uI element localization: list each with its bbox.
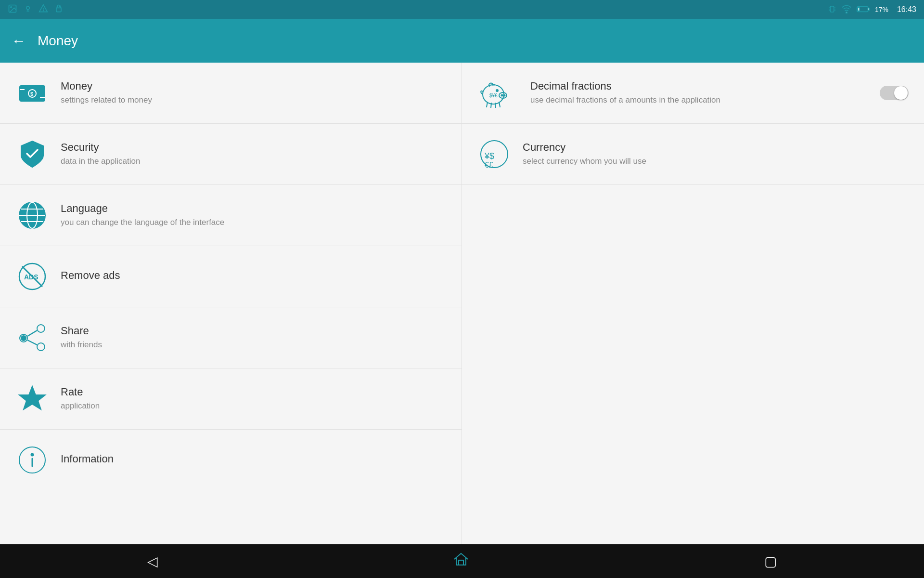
nav-back-button[interactable]: ◁ [133, 549, 172, 574]
svg-text:$: $ [30, 91, 33, 97]
battery-icon [857, 5, 870, 14]
settings-item-rate[interactable]: Rate application [0, 368, 462, 430]
rate-title: Rate [61, 386, 446, 398]
share-text: Share with friends [61, 325, 446, 351]
currency-title: Currency [523, 141, 909, 154]
rate-subtitle: application [61, 400, 446, 412]
settings-item-currency[interactable]: ¥$ €£ Currency select currency whom you … [462, 124, 924, 185]
currency-icon: ¥$ €£ [477, 137, 511, 171]
money-text: Money settings related to money [61, 80, 446, 106]
nav-home-button[interactable] [438, 546, 484, 577]
svg-line-37 [27, 330, 37, 336]
left-column: $ Money settings related to money Securi… [0, 63, 462, 544]
rate-text: Rate application [61, 386, 446, 412]
svg-text:¥$: ¥$ [484, 151, 494, 161]
image-icon [8, 4, 17, 15]
app-title: Money [38, 33, 78, 49]
decimal-fractions-subtitle: use decimal fractions of a amounts in th… [530, 94, 868, 106]
svg-point-2 [26, 6, 30, 10]
bulb-icon [23, 4, 33, 15]
decimal-fractions-title: Decimal fractions [530, 80, 868, 92]
share-title: Share [61, 325, 446, 337]
status-bar-right: 17% 16:43 [828, 5, 916, 15]
vibrate-icon [828, 5, 836, 15]
remove-ads-text: Remove ads [61, 269, 446, 284]
wifi-icon [841, 5, 852, 15]
svg-point-43 [31, 454, 34, 456]
svg-point-16 [846, 12, 847, 13]
settings-item-language[interactable]: Language you can change the language of … [0, 185, 462, 246]
security-text: Security data in the application [61, 141, 446, 167]
svg-point-7 [57, 6, 58, 7]
money-icon: $ [15, 76, 49, 110]
status-bar-left [8, 4, 64, 15]
android-icon [54, 4, 64, 15]
ads-icon: ADS [15, 260, 49, 293]
language-subtitle: you can change the language of the inter… [61, 217, 446, 228]
warning-icon [38, 4, 48, 15]
settings-item-share[interactable]: Share with friends [0, 307, 462, 368]
money-subtitle: settings related to money [61, 94, 446, 106]
toggle-knob [894, 86, 908, 100]
app-bar: ← Money [0, 19, 924, 63]
svg-line-38 [27, 340, 37, 345]
svg-line-52 [495, 103, 496, 108]
svg-text:€£: €£ [485, 161, 493, 169]
svg-point-8 [60, 6, 61, 7]
security-subtitle: data in the application [61, 156, 446, 167]
svg-point-39 [21, 336, 26, 341]
svg-point-46 [501, 95, 502, 96]
nav-recent-button[interactable]: ▢ [750, 549, 791, 574]
back-button[interactable]: ← [12, 33, 26, 49]
language-icon [15, 198, 49, 232]
settings-item-security[interactable]: Security data in the application [0, 124, 462, 185]
settings-item-remove-ads[interactable]: ADS Remove ads [0, 246, 462, 307]
svg-text:$¥€: $¥€ [489, 93, 498, 98]
information-title: Information [61, 453, 446, 465]
svg-rect-18 [868, 8, 870, 10]
time: 16:43 [897, 5, 916, 14]
info-icon [15, 443, 49, 477]
information-text: Information [61, 453, 446, 467]
svg-line-53 [499, 102, 500, 107]
status-bar: 17% 16:43 [0, 0, 924, 19]
decimal-fractions-text: Decimal fractions use decimal fractions … [530, 80, 868, 106]
remove-ads-title: Remove ads [61, 269, 446, 282]
share-icon [15, 321, 49, 355]
security-title: Security [61, 141, 446, 154]
svg-point-34 [37, 325, 45, 332]
svg-point-1 [11, 7, 12, 8]
right-column: $¥€ Decimal fractions use decimal fracti… [462, 63, 924, 544]
bottom-nav: ◁ ▢ [0, 544, 924, 578]
svg-rect-58 [459, 560, 463, 565]
security-icon [15, 137, 49, 171]
svg-rect-9 [830, 6, 834, 12]
svg-point-6 [43, 11, 44, 11]
rate-icon [15, 382, 49, 416]
svg-point-36 [37, 343, 45, 351]
language-text: Language you can change the language of … [61, 202, 446, 228]
piggy-icon: $¥€ [477, 76, 511, 110]
currency-text: Currency select currency whom you will u… [523, 141, 909, 167]
decimal-fractions-toggle[interactable] [880, 86, 909, 100]
settings-item-money[interactable]: $ Money settings related to money [0, 63, 462, 124]
settings-item-information[interactable]: Information [0, 430, 462, 490]
money-title: Money [61, 80, 446, 92]
svg-rect-19 [858, 7, 860, 11]
main-content: $ Money settings related to money Securi… [0, 63, 924, 544]
settings-item-decimal-fractions[interactable]: $¥€ Decimal fractions use decimal fracti… [462, 63, 924, 124]
svg-point-47 [503, 95, 505, 96]
language-title: Language [61, 202, 446, 215]
svg-line-50 [487, 102, 488, 107]
svg-point-48 [496, 90, 498, 92]
currency-subtitle: select currency whom you will use [523, 156, 909, 167]
svg-line-51 [491, 103, 491, 108]
svg-marker-40 [19, 386, 45, 409]
share-subtitle: with friends [61, 339, 446, 351]
battery-percentage: 17% [875, 6, 888, 13]
